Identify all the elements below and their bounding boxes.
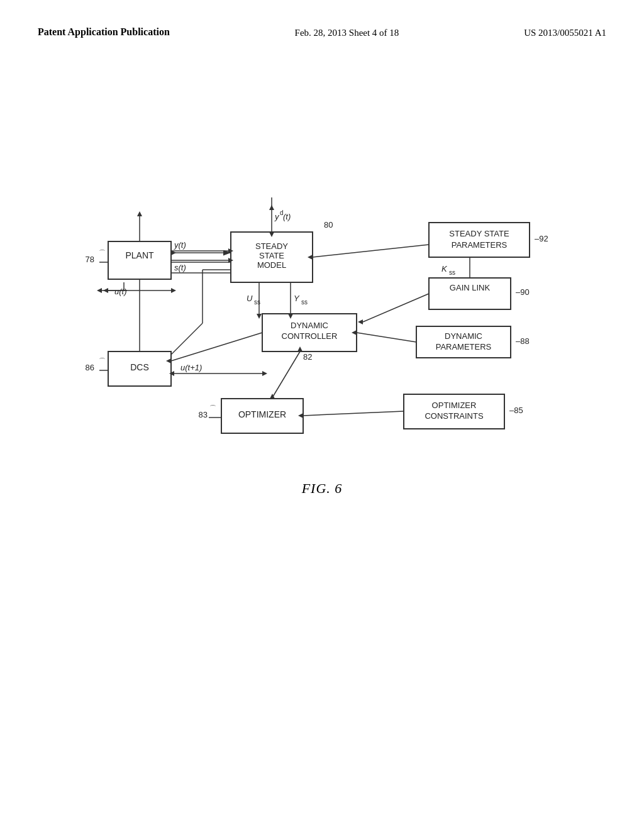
svg-text:OPTIMIZER: OPTIMIZER bbox=[238, 409, 286, 419]
svg-text:ss: ss bbox=[301, 299, 308, 306]
diagram-area: PLANT 78 ⌒ y(t) s(t) u(t) STEADY STATE bbox=[38, 160, 606, 497]
svg-text:83: 83 bbox=[199, 410, 208, 419]
svg-marker-64 bbox=[166, 358, 171, 363]
svg-text:DYNAMIC: DYNAMIC bbox=[445, 331, 482, 341]
svg-text:ss: ss bbox=[254, 299, 260, 306]
svg-marker-39 bbox=[358, 319, 363, 324]
svg-text:82: 82 bbox=[303, 352, 312, 362]
page-header: Patent Application Publication Feb. 28, … bbox=[38, 25, 606, 47]
svg-text:u(t+1): u(t+1) bbox=[180, 363, 202, 372]
svg-text:⌒: ⌒ bbox=[99, 357, 106, 365]
svg-line-63 bbox=[171, 333, 262, 361]
svg-text:u(t): u(t) bbox=[114, 287, 127, 296]
svg-text:MODEL: MODEL bbox=[257, 260, 286, 270]
svg-marker-82 bbox=[298, 413, 303, 418]
svg-marker-20 bbox=[269, 232, 274, 237]
svg-text:PLANT: PLANT bbox=[125, 250, 154, 260]
svg-text:U: U bbox=[247, 294, 253, 303]
figure-6-diagram: PLANT 78 ⌒ y(t) s(t) u(t) STEADY STATE bbox=[77, 160, 567, 462]
svg-text:s(t): s(t) bbox=[174, 263, 186, 272]
svg-text:(t): (t) bbox=[283, 212, 291, 221]
svg-marker-87 bbox=[171, 288, 176, 293]
svg-text:DCS: DCS bbox=[130, 362, 149, 372]
svg-text:PARAMETERS: PARAMETERS bbox=[452, 240, 508, 250]
header-patent-number: US 2013/0055021 A1 bbox=[524, 25, 606, 40]
svg-line-30 bbox=[313, 245, 429, 257]
svg-text:K: K bbox=[441, 264, 448, 274]
svg-marker-49 bbox=[288, 314, 293, 319]
svg-marker-31 bbox=[308, 255, 313, 260]
svg-text:STEADY STATE: STEADY STATE bbox=[449, 229, 509, 238]
svg-text:ss: ss bbox=[449, 269, 455, 276]
svg-text:⌒: ⌒ bbox=[209, 404, 216, 412]
svg-text:86: 86 bbox=[86, 363, 94, 372]
svg-text:y(t): y(t) bbox=[174, 240, 186, 250]
svg-marker-97 bbox=[137, 211, 142, 216]
svg-text:–92: –92 bbox=[535, 234, 548, 243]
svg-line-74 bbox=[272, 351, 300, 399]
svg-text:STEADY: STEADY bbox=[255, 241, 288, 251]
svg-marker-57 bbox=[352, 330, 357, 335]
svg-text:CONTROLLER: CONTROLLER bbox=[282, 331, 338, 341]
header-publication-label: Patent Application Publication bbox=[38, 25, 170, 39]
page: Patent Application Publication Feb. 28, … bbox=[0, 0, 644, 830]
svg-text:⌒: ⌒ bbox=[99, 249, 106, 257]
svg-marker-45 bbox=[257, 314, 262, 319]
svg-text:80: 80 bbox=[324, 220, 333, 230]
svg-text:OPTIMIZER: OPTIMIZER bbox=[432, 401, 477, 410]
svg-marker-75 bbox=[297, 346, 303, 351]
svg-line-38 bbox=[363, 294, 429, 322]
svg-text:STATE: STATE bbox=[259, 251, 284, 260]
svg-line-56 bbox=[357, 333, 416, 342]
svg-text:GAIN LINK: GAIN LINK bbox=[450, 283, 491, 292]
svg-text:DYNAMIC: DYNAMIC bbox=[291, 321, 328, 330]
figure-caption: FIG. 6 bbox=[38, 480, 606, 497]
svg-line-81 bbox=[303, 411, 404, 416]
svg-text:Y: Y bbox=[294, 294, 300, 303]
svg-text:–90: –90 bbox=[516, 287, 530, 297]
svg-text:y: y bbox=[274, 212, 280, 221]
svg-rect-0 bbox=[108, 241, 171, 279]
svg-text:–88: –88 bbox=[516, 336, 530, 346]
header-date-sheet: Feb. 28, 2013 Sheet 4 of 18 bbox=[295, 25, 399, 40]
svg-marker-66 bbox=[262, 371, 267, 376]
svg-text:–85: –85 bbox=[509, 406, 523, 415]
svg-marker-86 bbox=[97, 288, 102, 293]
svg-text:CONSTRAINTS: CONSTRAINTS bbox=[425, 411, 484, 421]
svg-line-95 bbox=[171, 323, 203, 355]
svg-text:PARAMETERS: PARAMETERS bbox=[436, 342, 492, 351]
svg-text:78: 78 bbox=[86, 255, 94, 264]
